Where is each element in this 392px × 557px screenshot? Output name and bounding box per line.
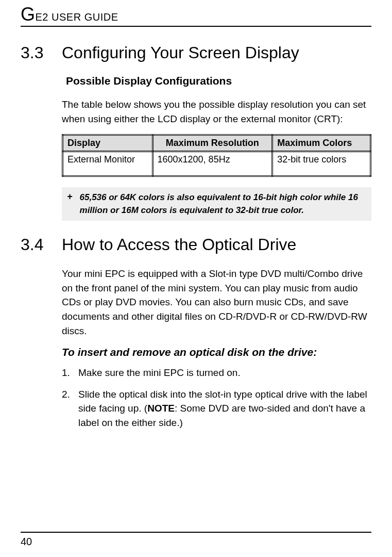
paragraph: The table below shows you the possible d… xyxy=(62,97,371,126)
step-1: 1. Make sure the mini EPC is turned on. xyxy=(62,366,371,380)
cell-colors: 32-bit true colors xyxy=(272,152,371,176)
subheading: Possible Display Configurations xyxy=(66,75,371,87)
page-number: 40 xyxy=(21,536,32,547)
note-label: NOTE xyxy=(147,403,175,414)
section-3-3-heading: 3.3 Configuring Your Screen Display xyxy=(21,43,371,62)
note-text: 65,536 or 64K colors is also equivalent … xyxy=(80,191,366,217)
plus-icon: + xyxy=(67,191,73,202)
cell-resolution: 1600x1200, 85Hz xyxy=(152,152,272,176)
step-text: Make sure the mini EPC is turned on. xyxy=(78,366,371,380)
cell-display: External Monitor xyxy=(63,152,153,176)
step-text: Slide the optical disk into the slot-in … xyxy=(78,387,371,430)
col-display: Display xyxy=(63,135,153,152)
step-2: 2. Slide the optical disk into the slot-… xyxy=(62,387,371,430)
header-title: GE2 USER GUIDE xyxy=(21,11,118,23)
header-rest: E2 USER GUIDE xyxy=(36,11,118,23)
section-number: 3.4 xyxy=(21,235,62,254)
col-max-colors: Maximum Colors xyxy=(272,135,371,152)
paragraph: Your mini EPC is equipped with a Slot-in… xyxy=(62,267,371,338)
header-big-letter: G xyxy=(21,4,36,25)
page: GE2 USER GUIDE 3.3 Configuring Your Scre… xyxy=(0,0,392,557)
section-3-4-heading: 3.4 How to Access the Optical Drive xyxy=(21,235,371,254)
section-title: Configuring Your Screen Display xyxy=(62,43,299,62)
display-config-table: Display Maximum Resolution Maximum Color… xyxy=(62,134,371,177)
page-header: GE2 USER GUIDE xyxy=(21,5,371,27)
table-row: External Monitor 1600x1200, 85Hz 32-bit … xyxy=(63,152,371,176)
section-number: 3.3 xyxy=(21,43,62,62)
task-heading: To insert and remove an optical disk on … xyxy=(62,346,371,358)
col-max-resolution: Maximum Resolution xyxy=(152,135,272,152)
note-box: + 65,536 or 64K colors is also equivalen… xyxy=(62,187,371,221)
table-header-row: Display Maximum Resolution Maximum Color… xyxy=(63,135,371,152)
page-footer: 40 xyxy=(21,532,371,548)
step-number: 1. xyxy=(62,366,78,380)
section-title: How to Access the Optical Drive xyxy=(62,235,296,254)
page-content: 3.3 Configuring Your Screen Display Poss… xyxy=(62,43,371,532)
step-number: 2. xyxy=(62,387,78,430)
